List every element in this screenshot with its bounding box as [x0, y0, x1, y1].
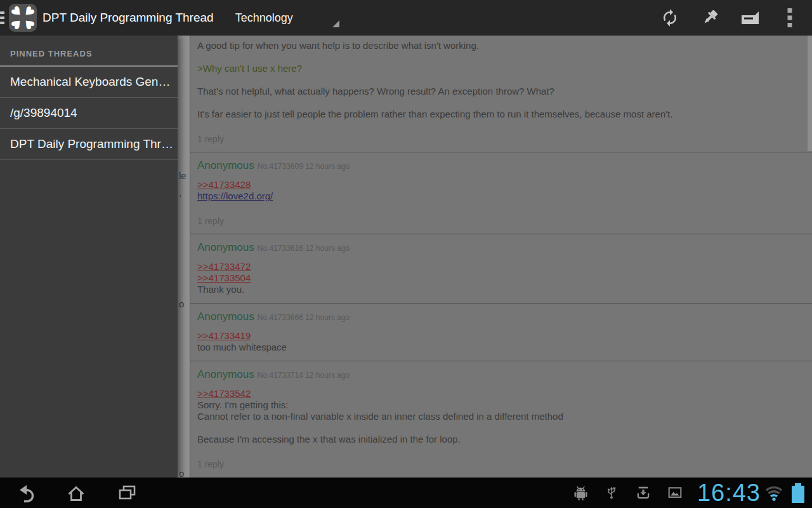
- post[interactable]: AnonymousNo.41733714 12 hours ago >>4173…: [190, 361, 812, 477]
- post-info: No.41733616 12 hours ago: [258, 244, 350, 253]
- pinned-thread-title: Mechanical Keyboards Gen…: [10, 75, 170, 89]
- post-text-line: It's far easier to just tell people the …: [197, 109, 806, 120]
- refresh-icon: [660, 8, 679, 27]
- post-list: A good tip for when you want help is to …: [190, 36, 812, 478]
- pinned-threads-drawer: PINNED THREADS Mechanical Keyboards Gen……: [0, 36, 178, 478]
- system-navigation-bar: 16:43: [0, 478, 812, 508]
- post-body: >>41733419too much whitespace: [197, 330, 806, 353]
- greentext-line: >Why can't I use x here?: [197, 63, 806, 74]
- background-thread-list: le,oo: [178, 36, 190, 478]
- post-text-line: Sorry. I'm getting this:: [197, 399, 806, 411]
- pin-thread-button[interactable]: [690, 0, 730, 36]
- blank-line: [197, 51, 806, 63]
- post-header: AnonymousNo.41733666 12 hours ago: [197, 311, 806, 324]
- clipped-text-fragment: o: [179, 468, 184, 478]
- poster-name[interactable]: Anonymous: [197, 241, 254, 253]
- reply-count[interactable]: 1 reply: [197, 216, 806, 226]
- clover-logo-icon[interactable]: ♥♥♥♥: [9, 4, 37, 32]
- pinned-thread-title: /g/39894014: [10, 106, 77, 120]
- clipped-text-fragment: ,: [179, 187, 181, 199]
- quote-link[interactable]: >>41733542: [197, 388, 251, 399]
- recents-button[interactable]: [102, 478, 152, 508]
- post-info: No.41733609 12 hours ago: [258, 162, 350, 171]
- board-selector-value: Technology: [235, 11, 293, 25]
- external-link[interactable]: https://love2d.org/: [197, 190, 273, 202]
- overflow-menu-icon: [787, 8, 792, 27]
- reply-button[interactable]: [730, 0, 769, 36]
- poster-name[interactable]: Anonymous: [197, 311, 254, 323]
- home-button[interactable]: [51, 478, 102, 508]
- post[interactable]: AnonymousNo.41733616 12 hours ago >>4173…: [190, 234, 812, 303]
- page-title: DPT Daily Programming Thread: [43, 11, 214, 25]
- status-icons: 16:43: [573, 478, 812, 508]
- reply-icon: [739, 8, 761, 28]
- quote-link[interactable]: >>41733504: [197, 272, 251, 284]
- poster-name[interactable]: Anonymous: [197, 368, 254, 380]
- post-link-line: https://love2d.org/: [197, 190, 806, 202]
- blank-line: [197, 74, 806, 86]
- post-text-line: Because I'm accessing the x that was ini…: [197, 434, 806, 445]
- post-body: A good tip for when you want help is to …: [197, 40, 806, 120]
- screen: ♥♥♥♥ DPT Daily Programming Thread Techno…: [0, 0, 812, 508]
- home-icon: [65, 482, 87, 504]
- pinned-thread-title: DPT Daily Programming Thr…: [10, 137, 173, 151]
- usb-icon[interactable]: [605, 483, 619, 502]
- post-info: No.41733666 12 hours ago: [258, 313, 350, 322]
- back-icon: [15, 482, 36, 504]
- download-icon[interactable]: [635, 484, 652, 502]
- pin-icon: [700, 8, 720, 28]
- post-header: AnonymousNo.41733609 12 hours ago: [197, 159, 806, 173]
- post-link-line: >>41733428: [197, 179, 806, 190]
- clover-leaf: ♥: [20, 15, 36, 31]
- reply-count[interactable]: 1 reply: [197, 459, 806, 469]
- clock[interactable]: 16:43: [697, 478, 761, 508]
- clipped-text-fragment: o: [179, 298, 184, 310]
- post-link-line: >>41733419: [197, 330, 806, 342]
- recents-icon: [115, 482, 138, 504]
- nav-buttons: [0, 478, 152, 508]
- post-body: >>41733542Sorry. I'm getting this:Cannot…: [197, 388, 806, 445]
- post-link-line: >>41733472: [197, 261, 806, 272]
- post[interactable]: A good tip for when you want help is to …: [190, 36, 812, 152]
- reply-count[interactable]: 1 reply: [197, 134, 806, 144]
- battery-icon[interactable]: [792, 483, 804, 503]
- wifi-icon[interactable]: [764, 485, 783, 501]
- clipped-text-fragment: le: [179, 170, 187, 182]
- post-text-line: A good tip for when you want help is to …: [197, 40, 806, 51]
- board-selector[interactable]: Technology: [235, 3, 342, 32]
- quote-link[interactable]: >>41733428: [197, 179, 251, 190]
- drawer-header: PINNED THREADS: [0, 36, 178, 65]
- post-text-line: That's not helpful, what actually happen…: [197, 86, 806, 97]
- post-text-line: too much whitespace: [197, 342, 806, 353]
- back-button[interactable]: [0, 478, 51, 508]
- post-text-line: Cannot refer to a non-final variable x i…: [197, 411, 806, 422]
- post-text-line: Thank you.: [197, 284, 806, 295]
- pinned-thread-item[interactable]: DPT Daily Programming Thr…: [0, 129, 178, 160]
- post-header: AnonymousNo.41733714 12 hours ago: [197, 368, 806, 382]
- post-link-line: >>41733504: [197, 272, 806, 284]
- post-link-line: >>41733542: [197, 388, 806, 399]
- spinner-caret-icon: [332, 20, 339, 27]
- pinned-thread-item[interactable]: Mechanical Keyboards Gen…: [0, 67, 178, 98]
- refresh-button[interactable]: [650, 0, 690, 36]
- poster-name[interactable]: Anonymous: [197, 159, 254, 171]
- android-debug-icon[interactable]: [573, 485, 588, 500]
- post-body: >>41733428https://love2d.org/: [197, 179, 806, 202]
- post-body: >>41733472>>41733504Thank you.: [197, 261, 806, 295]
- quote-link[interactable]: >>41733419: [197, 330, 251, 342]
- post[interactable]: AnonymousNo.41733666 12 hours ago >>4173…: [190, 303, 812, 361]
- action-bar-buttons: [650, 0, 812, 36]
- post[interactable]: AnonymousNo.41733609 12 hours ago >>4173…: [190, 152, 812, 234]
- pinned-thread-item[interactable]: /g/39894014: [0, 98, 178, 129]
- image-icon[interactable]: [667, 485, 683, 501]
- post-header: AnonymousNo.41733616 12 hours ago: [197, 241, 806, 255]
- menu-icon[interactable]: [0, 9, 4, 27]
- post-info: No.41733714 12 hours ago: [258, 371, 350, 380]
- pinned-threads-list: Mechanical Keyboards Gen… /g/39894014 DP…: [0, 67, 178, 160]
- scrollbar[interactable]: [808, 36, 812, 151]
- quote-link[interactable]: >>41733472: [197, 261, 251, 272]
- overflow-menu-button[interactable]: [769, 0, 809, 36]
- blank-line: [197, 97, 806, 109]
- blank-line: [197, 422, 806, 434]
- action-bar: ♥♥♥♥ DPT Daily Programming Thread Techno…: [0, 0, 812, 36]
